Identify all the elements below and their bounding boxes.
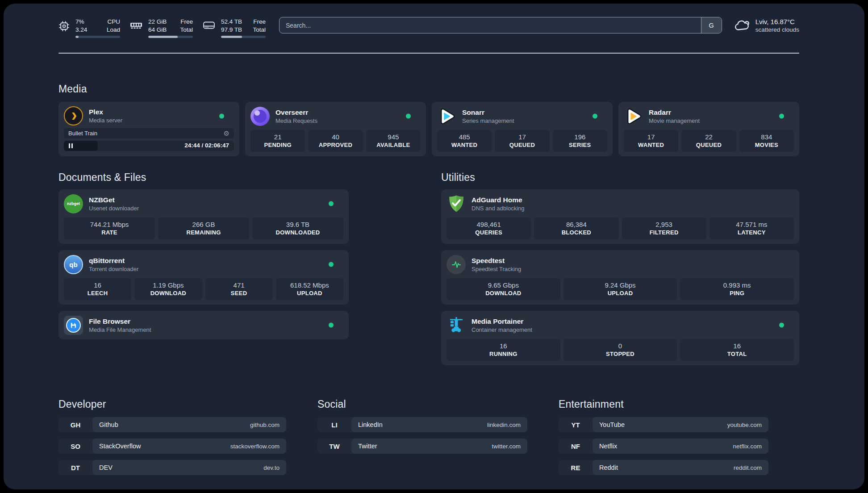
nzbget-stats: 744.21 MbpsRATE 266 GBREMAINING 39.6 TBD…	[64, 217, 343, 239]
ram-usage-bar	[148, 36, 193, 38]
card-plex[interactable]: Plex Media server Bullet Train ⚙ 24:44 /…	[58, 102, 239, 156]
service-subtitle: Media server	[89, 117, 122, 124]
bookmark-abbr: RE	[559, 460, 593, 475]
weather-location: Lviv, 16.87°C	[755, 18, 799, 25]
search-engine-button[interactable]: G	[701, 17, 722, 33]
weather-condition: scattered clouds	[755, 26, 799, 33]
speedtest-stats: 9.65 GbpsDOWNLOAD 9.24 GbpsUPLOAD 0.993 …	[447, 278, 794, 300]
card-qbittorrent[interactable]: qb qBittorrent Torrent downloader 16LEEC…	[58, 250, 349, 305]
search-input[interactable]	[280, 17, 701, 33]
card-adguard[interactable]: AdGuard Home DNS and adblocking 498,461Q…	[441, 189, 799, 244]
bookmark-name: LinkedIn	[358, 421, 383, 428]
bookmark-twitter[interactable]: TW Twitter twitter.com	[317, 439, 527, 454]
card-nzbget[interactable]: nzbget NZBGet Usenet downloader 744.21 M…	[58, 189, 349, 244]
bookmark-abbr: GH	[58, 417, 92, 432]
card-radarr[interactable]: Radarr Movie management 17WANTED 22QUEUE…	[618, 102, 799, 156]
service-name: Media Portainer	[472, 318, 532, 326]
bookmark-github[interactable]: GH Github github.com	[58, 417, 286, 432]
bookmark-name: Twitter	[358, 443, 377, 450]
service-subtitle: Torrent downloader	[89, 266, 138, 272]
bookmark-url: stackoverflow.com	[230, 443, 280, 450]
service-name: NZBGet	[89, 196, 139, 204]
service-subtitle: Movie management	[649, 117, 700, 124]
stat-stopped: 0STOPPED	[563, 339, 677, 361]
stat-blocked: 86,384BLOCKED	[534, 217, 618, 239]
stat-ping: 0.993 msPING	[680, 278, 794, 300]
bookmark-url: linkedin.com	[487, 422, 521, 428]
radarr-stats: 17WANTED 22QUEUED 834MOVIES	[624, 130, 794, 152]
ram-values: 22 GiB 64 GiB	[148, 18, 167, 33]
filebrowser-titles: File Browser Media File Management	[89, 318, 151, 333]
service-subtitle: Series management	[462, 117, 514, 124]
bookmark-url: twitter.com	[492, 443, 521, 450]
cpu-values: 7% 3.24	[75, 18, 87, 33]
search-bar[interactable]: G	[279, 17, 722, 33]
section-title-media: Media	[58, 83, 799, 95]
middle-grid: Documents & Files nzbget NZBGet Usenet d…	[58, 156, 799, 372]
card-filebrowser[interactable]: File Browser Media File Management	[58, 311, 349, 339]
top-bar: 7% 3.24 CPU Load	[58, 17, 799, 39]
card-overseerr[interactable]: Overseerr Media Requests 21PENDING 40APP…	[245, 102, 426, 156]
overseerr-stats: 21PENDING 40APPROVED 945AVAILABLE	[250, 130, 421, 152]
disk-usage-bar	[221, 36, 266, 38]
playback-time: 24:44 / 02:06:47	[184, 142, 229, 149]
gear-icon[interactable]: ⚙	[224, 130, 230, 137]
overseerr-icon	[250, 107, 270, 126]
service-name: Plex	[89, 108, 122, 116]
stat-pending: 21PENDING	[250, 130, 305, 152]
bookmark-name: StackOverflow	[99, 443, 141, 450]
bookmark-abbr: TW	[317, 439, 351, 454]
status-dot	[219, 113, 224, 118]
disk-icon	[203, 21, 215, 30]
stat-remaining: 266 GBREMAINING	[158, 217, 249, 239]
qbittorrent-stats: 16LEECH 1.19 GbpsDOWNLOAD 471SEED 618.52…	[64, 278, 343, 300]
header-divider	[58, 53, 799, 54]
bookmark-dev[interactable]: DT DEV dev.to	[58, 460, 286, 475]
service-name: AdGuard Home	[472, 196, 525, 204]
section-title-utilities: Utilities	[441, 171, 799, 184]
card-speedtest[interactable]: Speedtest Speedtest Tracking 9.65 GbpsDO…	[441, 250, 799, 305]
weather-widget: Lviv, 16.87°C scattered clouds	[734, 17, 799, 33]
stat-available: 945AVAILABLE	[366, 130, 421, 152]
service-subtitle: Speedtest Tracking	[472, 266, 521, 272]
stat-wanted: 17WANTED	[624, 130, 678, 152]
radarr-titles: Radarr Movie management	[649, 109, 700, 124]
weather-text: Lviv, 16.87°C scattered clouds	[755, 18, 799, 33]
section-documents: Documents & Files nzbget NZBGet Usenet d…	[58, 156, 349, 372]
section-utilities: Utilities AdGuard Home DNS and adblockin…	[441, 156, 799, 372]
bookmark-stackoverflow[interactable]: SO StackOverflow stackoverflow.com	[58, 439, 286, 454]
stat-latency: 47.571 msLATENCY	[709, 217, 794, 239]
stat-total: 16TOTAL	[680, 339, 794, 361]
status-dot	[329, 323, 334, 328]
status-dot	[593, 114, 597, 119]
service-subtitle: Media Requests	[275, 117, 317, 124]
bookmark-abbr: NF	[559, 439, 593, 454]
bookmark-name: DEV	[99, 464, 113, 471]
ram-icon	[130, 21, 142, 30]
media-grid: Plex Media server Bullet Train ⚙ 24:44 /…	[58, 102, 799, 156]
pause-icon[interactable]	[69, 143, 73, 148]
bookmark-abbr: SO	[58, 439, 92, 454]
qbittorrent-icon: qb	[64, 255, 83, 274]
service-name: Speedtest	[472, 257, 521, 265]
bookmark-reddit[interactable]: RE Reddit reddit.com	[559, 460, 768, 475]
bottom-grid: Developer GH Github github.com SO StackO…	[58, 372, 799, 481]
card-sonarr[interactable]: Sonarr Series management 485WANTED 17QUE…	[432, 102, 613, 156]
service-subtitle: DNS and adblocking	[472, 205, 525, 212]
cpu-labels: CPU Load	[107, 18, 120, 33]
radarr-icon	[624, 107, 643, 126]
stat-queued: 17QUEUED	[495, 130, 549, 152]
bookmark-abbr: LI	[317, 417, 351, 432]
playback-progress-bar[interactable]: 24:44 / 02:06:47	[64, 141, 234, 151]
cpu-icon	[58, 21, 70, 32]
cpu-usage-bar	[75, 36, 120, 38]
bookmark-netflix[interactable]: NF Netflix netflix.com	[559, 439, 768, 454]
sonarr-titles: Sonarr Series management	[462, 109, 514, 124]
bookmark-linkedin[interactable]: LI LinkedIn linkedin.com	[317, 417, 527, 432]
stat-downloaded: 39.6 TBDOWNLOADED	[252, 217, 343, 239]
card-portainer[interactable]: Media Portainer Container management 16R…	[441, 311, 799, 365]
bookmark-youtube[interactable]: YT YouTube youtube.com	[559, 417, 768, 432]
ram-stat: 22 GiB 64 GiB Free Total	[130, 18, 193, 38]
status-dot	[779, 323, 784, 328]
section-title-social: Social	[317, 398, 527, 410]
